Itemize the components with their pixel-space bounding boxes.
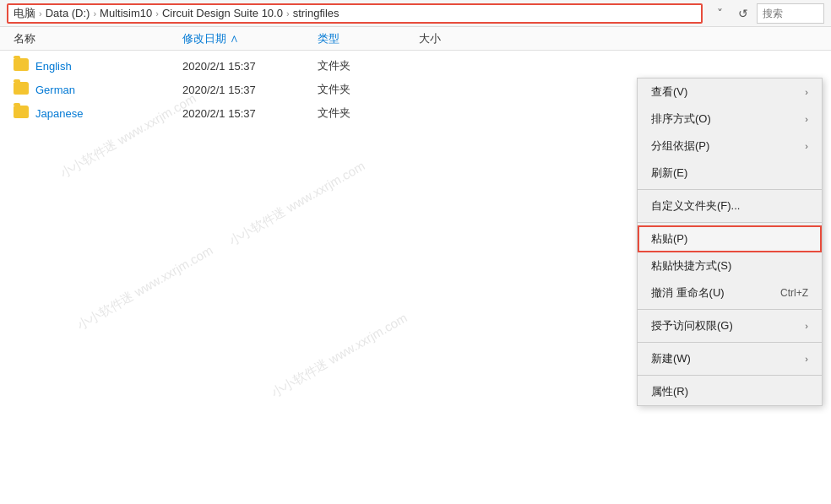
breadcrumb-sep-4: ›	[286, 8, 290, 19]
top-bar-actions: ˅ ↺	[709, 3, 824, 24]
menu-item-access[interactable]: 授予访问权限(G) ›	[638, 312, 822, 339]
folder-icon-german	[14, 82, 30, 97]
menu-arrow-new: ›	[805, 354, 808, 364]
watermark-4: 小小软件迷 www.xxrjm.com	[269, 310, 410, 401]
file-name-german: German	[35, 84, 182, 96]
file-name-japanese: Japanese	[35, 107, 182, 120]
menu-arrow-group: ›	[805, 141, 808, 151]
menu-item-undo-rename[interactable]: 撤消 重命名(U) Ctrl+Z	[638, 279, 822, 306]
file-panel: 名称 修改日期 ∧ 类型 大小 English 2020/2/1 15:37 文…	[0, 27, 831, 504]
menu-label-access: 授予访问权限(G)	[651, 318, 733, 333]
menu-item-paste[interactable]: 粘贴(P)	[638, 225, 822, 252]
col-header-type[interactable]: 类型	[318, 31, 419, 46]
breadcrumb-pc[interactable]: 电脑	[14, 6, 35, 21]
file-type-japanese: 文件夹	[318, 106, 419, 121]
menu-item-customize[interactable]: 自定义文件夹(F)...	[638, 192, 822, 219]
file-type-german: 文件夹	[318, 82, 419, 97]
menu-arrow-view: ›	[805, 87, 808, 97]
menu-separator-5	[638, 375, 822, 376]
watermark-2: 小小软件迷 www.xxrjm.com	[226, 158, 368, 249]
menu-label-properties: 属性(R)	[651, 384, 688, 399]
col-header-date[interactable]: 修改日期 ∧	[182, 31, 318, 46]
col-header-name[interactable]: 名称	[14, 31, 182, 46]
menu-item-view[interactable]: 查看(V) ›	[638, 79, 822, 106]
menu-label-new: 新建(W)	[651, 351, 691, 366]
menu-item-new[interactable]: 新建(W) ›	[638, 345, 822, 372]
search-input[interactable]	[757, 3, 824, 24]
menu-separator-4	[638, 342, 822, 343]
folder-icon-english	[14, 58, 30, 73]
menu-shortcut-undo: Ctrl+Z	[780, 287, 808, 299]
menu-label-view: 查看(V)	[651, 84, 687, 100]
menu-item-sort[interactable]: 排序方式(O) ›	[638, 106, 822, 133]
breadcrumb-suite[interactable]: Circuit Design Suite 10.0	[162, 7, 283, 19]
menu-separator-2	[638, 222, 822, 223]
menu-item-paste-shortcut[interactable]: 粘贴快捷方式(S)	[638, 252, 822, 279]
menu-item-refresh[interactable]: 刷新(E)	[638, 160, 822, 187]
context-menu: 查看(V) › 排序方式(O) › 分组依据(P) › 刷新(E) 自定义文件夹…	[637, 78, 823, 406]
refresh-btn[interactable]: ↺	[733, 3, 753, 24]
column-headers: 名称 修改日期 ∧ 类型 大小	[0, 27, 831, 51]
menu-arrow-sort: ›	[805, 114, 808, 124]
menu-separator-1	[638, 189, 822, 190]
file-type-english: 文件夹	[318, 58, 419, 73]
watermark-3: 小小软件迷 www.xxrjm.com	[74, 242, 216, 333]
menu-item-group[interactable]: 分组依据(P) ›	[638, 133, 822, 160]
file-name-english: English	[35, 60, 182, 73]
sort-arrow: ∧	[230, 32, 239, 45]
dropdown-btn[interactable]: ˅	[709, 3, 730, 24]
col-header-size[interactable]: 大小	[419, 31, 503, 46]
file-date-english: 2020/2/1 15:37	[182, 60, 318, 73]
menu-arrow-access: ›	[805, 321, 808, 331]
menu-label-sort: 排序方式(O)	[651, 111, 711, 127]
menu-item-properties[interactable]: 属性(R)	[638, 378, 822, 405]
folder-icon-japanese	[14, 106, 30, 121]
menu-label-group: 分组依据(P)	[651, 138, 709, 154]
breadcrumb-sep-2: ›	[93, 8, 96, 19]
breadcrumb-stringfiles[interactable]: stringfiles	[293, 7, 339, 19]
breadcrumb-drive[interactable]: Data (D:)	[46, 7, 90, 19]
menu-label-undo-rename: 撤消 重命名(U)	[651, 285, 725, 301]
menu-label-refresh: 刷新(E)	[651, 165, 687, 181]
menu-label-paste-shortcut: 粘贴快捷方式(S)	[651, 258, 731, 274]
table-row[interactable]: English 2020/2/1 15:37 文件夹	[0, 54, 831, 78]
breadcrumb-sep-1: ›	[39, 8, 42, 19]
menu-label-paste: 粘贴(P)	[651, 231, 687, 247]
file-date-german: 2020/2/1 15:37	[182, 84, 318, 96]
menu-label-customize: 自定义文件夹(F)...	[651, 198, 740, 214]
top-bar: 电脑 › Data (D:) › Multisim10 › Circuit De…	[0, 0, 831, 27]
file-date-japanese: 2020/2/1 15:37	[182, 107, 318, 120]
breadcrumb-multisim[interactable]: Multisim10	[100, 7, 152, 19]
breadcrumb[interactable]: 电脑 › Data (D:) › Multisim10 › Circuit De…	[7, 3, 703, 24]
menu-separator-3	[638, 309, 822, 310]
breadcrumb-sep-3: ›	[155, 8, 159, 19]
main-content: 名称 修改日期 ∧ 类型 大小 English 2020/2/1 15:37 文…	[0, 27, 831, 504]
